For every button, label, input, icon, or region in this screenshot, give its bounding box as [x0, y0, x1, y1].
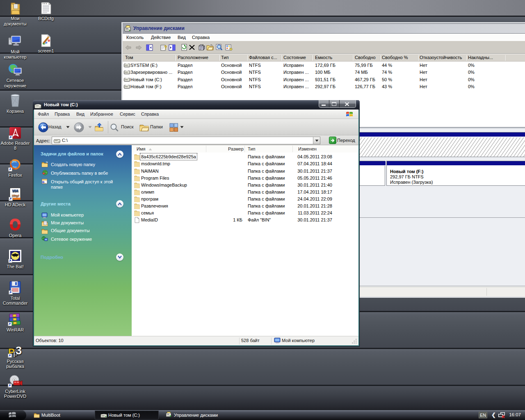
svg-text:Vinyl: Vinyl [11, 194, 18, 197]
svg-text:VIA: VIA [12, 189, 18, 193]
svg-text:?: ? [164, 45, 167, 50]
svg-text:3: 3 [16, 345, 22, 357]
